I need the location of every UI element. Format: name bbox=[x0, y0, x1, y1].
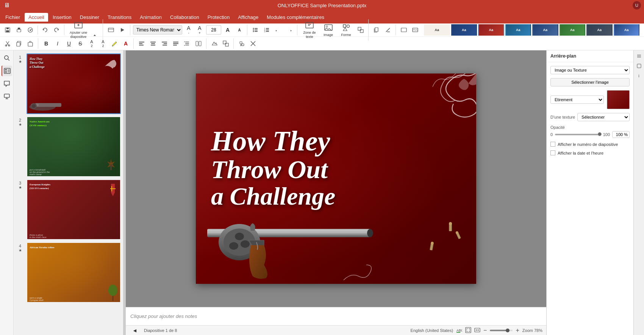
theme-tile-4[interactable]: Aa bbox=[505, 24, 531, 36]
strikethrough-button[interactable]: S bbox=[75, 38, 86, 49]
text-color-button[interactable]: A bbox=[120, 38, 131, 49]
notes-area[interactable]: Cliquez pour ajouter des notes bbox=[126, 307, 546, 325]
menu-fichier[interactable]: Fichier bbox=[2, 13, 24, 22]
slide-thumb-3[interactable]: 3 ★ European Knights (XII-XVI centuries) bbox=[16, 179, 121, 240]
prev-slide-button[interactable]: ◄ bbox=[130, 325, 140, 335]
indent-decrease-button[interactable] bbox=[284, 25, 295, 35]
theme-tile-7[interactable]: Aa bbox=[586, 24, 613, 36]
clear-all-button[interactable] bbox=[248, 38, 258, 49]
svg-rect-47 bbox=[173, 45, 177, 45]
search-tool-button[interactable] bbox=[2, 53, 12, 63]
slide-preview-1[interactable]: How They Throw Out a Challenge bbox=[27, 53, 121, 114]
theme-tile-5[interactable]: Aa bbox=[532, 24, 558, 36]
italic-button[interactable]: I bbox=[52, 38, 63, 49]
show-slide-num-checkbox[interactable] bbox=[550, 142, 555, 147]
align-left-button[interactable] bbox=[136, 38, 147, 49]
font-family-select[interactable]: Times New Roman bbox=[133, 25, 182, 34]
print-button[interactable] bbox=[14, 25, 24, 35]
indent-increase-button[interactable] bbox=[273, 25, 283, 35]
forme-button[interactable]: Forme bbox=[338, 19, 355, 41]
menu-accueil[interactable]: Accueil bbox=[25, 13, 48, 22]
slide-preview-2[interactable]: Native Americans (XVII century) put a to… bbox=[27, 116, 121, 177]
slide-bg-button[interactable] bbox=[410, 25, 420, 35]
undo-button[interactable] bbox=[40, 25, 50, 35]
column-layout-button[interactable] bbox=[193, 38, 204, 49]
redo-button[interactable] bbox=[51, 25, 62, 35]
underline-button[interactable]: U bbox=[64, 38, 74, 49]
arrange-objects-button[interactable] bbox=[220, 38, 231, 49]
align-right-button[interactable] bbox=[159, 38, 170, 49]
opacity-input[interactable] bbox=[612, 131, 630, 138]
theme-tile-1[interactable]: Aa bbox=[424, 24, 450, 36]
slide-info: Diapositive 1 de 8 bbox=[144, 328, 177, 333]
fit-page-button[interactable] bbox=[465, 327, 471, 334]
select-image-button[interactable]: Sélectionner l'image bbox=[550, 78, 630, 86]
menu-animation[interactable]: Animation bbox=[136, 13, 166, 22]
line-spacing-button[interactable] bbox=[182, 38, 192, 49]
show-date-checkbox[interactable] bbox=[550, 150, 555, 155]
play-slide-button[interactable] bbox=[117, 25, 128, 35]
numbered-list-button[interactable]: 1.2.3. bbox=[261, 25, 272, 35]
right-vert-settings-button[interactable] bbox=[635, 52, 643, 60]
font-size-decrease-button[interactable]: A- bbox=[183, 25, 194, 35]
zoom-slider[interactable] bbox=[490, 330, 513, 331]
menu-affichage[interactable]: Affichage bbox=[234, 13, 262, 22]
theme-tile-8[interactable]: Aa bbox=[614, 24, 640, 36]
slide-settings-button[interactable] bbox=[399, 25, 409, 35]
save-button[interactable] bbox=[2, 25, 13, 35]
copy-button[interactable] bbox=[14, 38, 24, 49]
texture-select[interactable]: Sélectionner bbox=[577, 113, 630, 121]
font-size-input[interactable] bbox=[206, 25, 221, 34]
align-justify-button[interactable] bbox=[170, 38, 181, 49]
zoom-in-button[interactable]: + bbox=[516, 327, 519, 334]
font-size-increase-button[interactable]: A+ bbox=[194, 25, 205, 35]
paste-button[interactable] bbox=[25, 38, 36, 49]
slide-preview-4[interactable]: African Yoruba tribes sent a singleCymga… bbox=[27, 242, 121, 303]
menu-protection[interactable]: Protection bbox=[204, 13, 234, 22]
image-insert-button[interactable]: Image bbox=[320, 19, 337, 41]
arrange-button[interactable] bbox=[355, 25, 366, 35]
opacity-slider[interactable] bbox=[555, 134, 601, 135]
quick-print-button[interactable] bbox=[25, 25, 36, 35]
zoom-out-button[interactable]: − bbox=[483, 327, 487, 334]
draw-shape-button[interactable] bbox=[209, 38, 220, 49]
slide-thumb-4[interactable]: 4 ★ African Yoruba tribes sent a singleC… bbox=[16, 242, 121, 303]
text-zone-button[interactable]: Zone detexte bbox=[300, 19, 319, 41]
stretch-select[interactable]: Etirement bbox=[550, 95, 604, 104]
main-slide-canvas[interactable]: How They Throw Out a Challenge bbox=[196, 74, 476, 284]
slide-canvas-area[interactable]: How They Throw Out a Challenge bbox=[126, 50, 546, 307]
slide-thumb-2[interactable]: 2 ★ Native Americans (XVII century) bbox=[16, 116, 121, 177]
bullets-list-button[interactable] bbox=[250, 25, 261, 35]
right-vert-expand-button[interactable] bbox=[635, 62, 643, 70]
align-center-button[interactable] bbox=[148, 38, 158, 49]
slide-thumb-1[interactable]: 1 ★ How They Throw Out a Challeng bbox=[16, 53, 121, 114]
show-slide-num-row: Afficher le numéro de diapositive bbox=[550, 142, 630, 147]
menu-collaboration[interactable]: Collaboration bbox=[166, 13, 203, 22]
font-size-up-btn[interactable]: A bbox=[222, 25, 233, 35]
theme-tile-6[interactable]: Aa bbox=[560, 24, 586, 36]
slide-preview-3[interactable]: European Knights (XII-XVI centuries) thr… bbox=[27, 179, 121, 240]
spell-check-button[interactable]: ABC bbox=[456, 327, 462, 334]
background-type-select[interactable]: Image ou Texture bbox=[550, 66, 630, 74]
highlight-button[interactable] bbox=[109, 38, 120, 49]
cut-button[interactable] bbox=[2, 38, 13, 49]
slides-panel-button[interactable] bbox=[2, 66, 12, 76]
bold-button[interactable]: B bbox=[41, 38, 52, 49]
format-paint-button[interactable] bbox=[236, 38, 247, 49]
user-avatar[interactable]: U bbox=[633, 1, 641, 9]
fit-width-button[interactable] bbox=[474, 327, 480, 334]
comments-tool-button[interactable] bbox=[2, 78, 12, 89]
copy-format-button[interactable] bbox=[371, 25, 382, 35]
font-size-down-btn[interactable]: A bbox=[234, 25, 245, 35]
clear-format-button[interactable] bbox=[383, 25, 393, 35]
menu-transitions[interactable]: Transitions bbox=[104, 13, 135, 22]
add-slide-button[interactable]: Ajouter unediapositive bbox=[67, 19, 90, 41]
superscript-button[interactable]: A2 bbox=[86, 38, 97, 49]
theme-tile-3[interactable]: Aa bbox=[478, 24, 504, 36]
theme-tile-2[interactable]: Aa bbox=[451, 24, 477, 36]
right-vert-info-button[interactable]: i bbox=[635, 72, 643, 80]
slide-num-4: 4 bbox=[19, 244, 21, 248]
slide-format-button[interactable] bbox=[106, 25, 116, 35]
speaker-notes-button[interactable] bbox=[2, 91, 12, 102]
subscript-button[interactable]: A2 bbox=[98, 38, 108, 49]
